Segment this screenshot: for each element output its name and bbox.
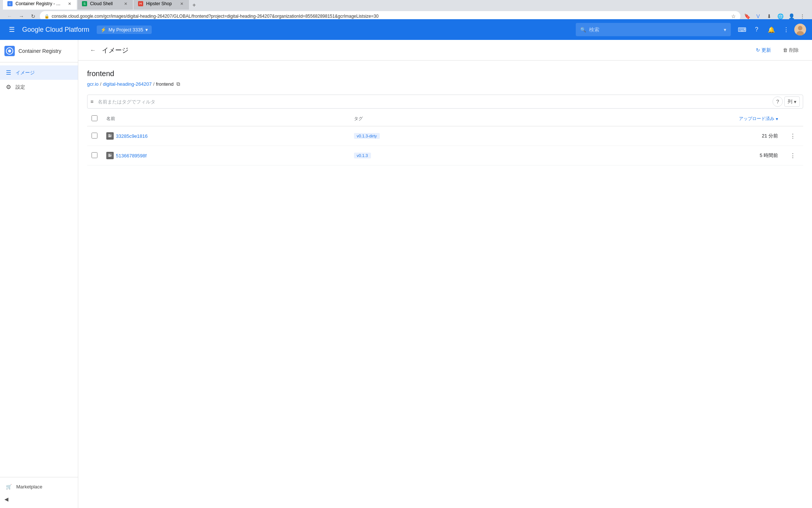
th-uploaded[interactable]: アップロード済み ▾ xyxy=(597,112,782,126)
tab-close-1[interactable]: ✕ xyxy=(66,1,72,7)
columns-dropdown-icon: ▾ xyxy=(794,99,796,105)
tab-title-1: Container Registry - My Proje... xyxy=(16,1,63,6)
project-name: My Project 3335 xyxy=(109,27,143,33)
filter-input[interactable] xyxy=(96,98,770,106)
star-icon[interactable]: ☆ xyxy=(731,13,736,19)
svg-rect-10 xyxy=(109,154,110,155)
svg-rect-11 xyxy=(109,155,111,156)
tab-title-2: Cloud Shell xyxy=(90,1,120,6)
sidebar-marketplace-label: Marketplace xyxy=(16,484,42,490)
tab-container-registry[interactable]: C Container Registry - My Proje... ✕ xyxy=(3,0,77,10)
delete-button[interactable]: 🗑 削除 xyxy=(778,45,803,56)
add-tab-button[interactable]: + xyxy=(190,1,199,10)
settings-icon: ⚙ xyxy=(6,83,11,91)
content-header-actions: ↻ 更新 🗑 削除 xyxy=(751,45,803,56)
filter-icon: ≡ xyxy=(90,99,93,105)
svg-point-1 xyxy=(798,26,802,30)
row-checkbox-0[interactable] xyxy=(92,133,97,139)
tab-favicon-1: C xyxy=(7,1,13,6)
tab-bar: C Container Registry - My Proje... ✕ S C… xyxy=(3,0,809,10)
collapse-icon: ◀ xyxy=(4,496,8,502)
address-text: console.cloud.google.com/gcr/images/digi… xyxy=(52,14,729,19)
sidebar-logo xyxy=(4,46,15,56)
tab-favicon-3: H xyxy=(138,1,143,6)
hamburger-menu-button[interactable]: ☰ xyxy=(6,24,18,35)
sidebar-bottom: 🛒 Marketplace ◀ xyxy=(0,477,78,508)
user-avatar[interactable] xyxy=(794,24,806,35)
columns-button[interactable]: 列 ▾ xyxy=(784,96,800,107)
svg-rect-6 xyxy=(109,134,110,135)
sidebar-header: Container Registry xyxy=(0,40,78,62)
th-checkbox xyxy=(87,112,102,126)
content-header-title: イメージ xyxy=(102,46,749,55)
tags-cell: v0.1.3-dirty xyxy=(350,126,597,146)
back-button[interactable]: ← xyxy=(87,44,99,56)
topbar-logo: Google Cloud Platform xyxy=(22,26,89,34)
filter-section: ≡ ? 列 ▾ xyxy=(87,95,803,109)
sidebar-divider xyxy=(0,62,78,62)
tab-hipster-shop[interactable]: H Hipster Shop ✕ xyxy=(134,0,189,10)
project-icon: ⚡ xyxy=(100,27,106,33)
topbar: ☰ Google Cloud Platform ⚡ My Project 333… xyxy=(0,19,812,40)
sidebar: Container Registry ☰ イメージ ⚙ 設定 🛒 Marketp… xyxy=(0,40,78,508)
breadcrumb-current: frontend xyxy=(156,81,174,87)
marketplace-icon: 🛒 xyxy=(6,484,12,490)
copy-button[interactable]: ⧉ xyxy=(176,81,180,87)
topbar-search[interactable]: 🔍 ▾ xyxy=(576,23,731,36)
search-dropdown-icon[interactable]: ▾ xyxy=(724,27,726,33)
table-wrapper: 名前 タグ アップロード済み ▾ xyxy=(87,112,803,166)
content-area: ← イメージ ↻ 更新 🗑 削除 frontend gcr.io xyxy=(78,40,812,508)
uploaded-cell: 5 時間前 xyxy=(597,146,782,166)
search-input[interactable] xyxy=(589,27,721,33)
main-layout: Container Registry ☰ イメージ ⚙ 設定 🛒 Marketp… xyxy=(0,40,812,508)
sidebar-title: Container Registry xyxy=(18,48,61,54)
actions-cell: ⋮ xyxy=(782,126,803,146)
app: ☰ Google Cloud Platform ⚡ My Project 333… xyxy=(0,19,812,508)
breadcrumb-sep1: / xyxy=(100,81,102,87)
terminal-button[interactable]: ⌨ xyxy=(735,23,749,36)
sidebar-item-settings-label: 設定 xyxy=(16,84,25,91)
table-body: 33285c9e1816 v0.1.3-dirty21 分前⋮ 51366789… xyxy=(87,126,803,166)
th-actions xyxy=(782,112,803,126)
browser-chrome: C Container Registry - My Proje... ✕ S C… xyxy=(0,0,812,19)
sidebar-collapse-button[interactable]: ◀ xyxy=(0,493,78,505)
breadcrumb-project[interactable]: digital-heading-264207 xyxy=(103,81,152,87)
tab-close-2[interactable]: ✕ xyxy=(123,1,128,7)
th-tags: タグ xyxy=(350,112,597,126)
sidebar-item-images-label: イメージ xyxy=(16,69,35,76)
row-icon-1 xyxy=(106,152,114,159)
row-more-button-0[interactable]: ⋮ xyxy=(787,130,799,142)
content-header: ← イメージ ↻ 更新 🗑 削除 xyxy=(78,40,812,61)
table-row: 5136678959​8f v0.1.35 時間前⋮ xyxy=(87,146,803,166)
tag-badge: v0.1.3-dirty xyxy=(354,133,380,139)
breadcrumb-base[interactable]: gcr.io xyxy=(87,81,99,87)
svg-rect-8 xyxy=(109,137,111,137)
tab-close-3[interactable]: ✕ xyxy=(179,1,185,7)
filter-help-button[interactable]: ? xyxy=(773,96,783,107)
select-all-checkbox[interactable] xyxy=(92,115,97,121)
sidebar-item-settings[interactable]: ⚙ 設定 xyxy=(0,80,78,94)
sidebar-item-images[interactable]: ☰ イメージ xyxy=(0,65,78,80)
row-checkbox-1[interactable] xyxy=(92,152,97,158)
refresh-button[interactable]: ↻ 更新 xyxy=(751,45,775,56)
row-icon-0 xyxy=(106,132,114,140)
tab-cloud-shell[interactable]: S Cloud Shell ✕ xyxy=(78,0,133,10)
row-name-0[interactable]: 33285c9e1816 xyxy=(116,133,148,139)
row-name-1[interactable]: 5136678959​8f xyxy=(116,153,147,158)
project-selector[interactable]: ⚡ My Project 3335 ▾ xyxy=(97,25,152,34)
images-icon: ☰ xyxy=(6,69,11,76)
row-more-button-1[interactable]: ⋮ xyxy=(787,150,799,161)
help-button[interactable]: ? xyxy=(750,23,763,36)
sort-icon: ▾ xyxy=(776,116,778,122)
topbar-more-button[interactable]: ⋮ xyxy=(780,23,793,36)
lock-icon: 🔒 xyxy=(44,14,49,19)
filter-bar: ≡ ? 列 ▾ xyxy=(87,95,803,109)
refresh-icon: ↻ xyxy=(756,47,760,53)
name-cell: 33285c9e1816 xyxy=(102,126,350,146)
notifications-button[interactable]: 🔔 xyxy=(765,23,778,36)
refresh-label: 更新 xyxy=(761,47,771,54)
tag-badge: v0.1.3 xyxy=(354,153,371,158)
svg-rect-12 xyxy=(109,156,111,157)
sidebar-marketplace-item[interactable]: 🛒 Marketplace xyxy=(0,480,78,493)
project-dropdown-icon: ▾ xyxy=(145,27,148,33)
